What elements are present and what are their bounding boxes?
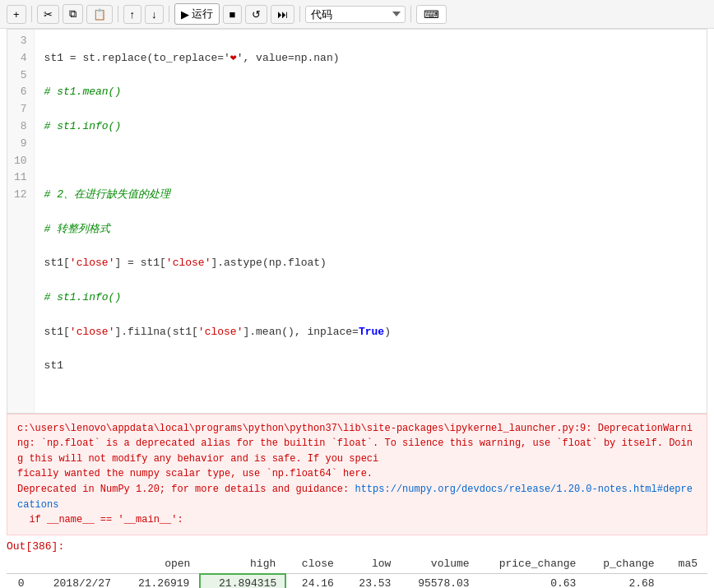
- row-price-change: 0.63: [480, 574, 586, 588]
- dataframe-container: open high close low volume price_change …: [0, 554, 714, 588]
- code-line-6: [44, 153, 697, 170]
- col-header-ma5: ma5: [665, 554, 707, 574]
- add-cell-button[interactable]: +: [7, 5, 26, 24]
- col-header-high: high: [200, 554, 285, 574]
- col-header-open: open: [121, 554, 200, 574]
- skip-button[interactable]: ⏭: [271, 5, 294, 24]
- code-line-9: st1['close'] = st1['close'].astype(np.fl…: [44, 255, 697, 272]
- code-line-5: # st1.info(): [44, 118, 697, 136]
- row-date: 2018/2/27: [35, 574, 121, 588]
- separator-1: [31, 6, 32, 22]
- row-high: 21.894315: [200, 574, 285, 588]
- code-line-11: st1['close'].fillna(st1['close'].mean(),…: [44, 324, 697, 341]
- separator-3: [169, 6, 169, 22]
- row-close: 24.16: [285, 574, 344, 588]
- code-cell: 3 4 5 6 7 8 9 10 11 12 st1 = st.replace(…: [7, 29, 707, 414]
- run-icon: ▶: [181, 8, 189, 21]
- row-volume: 95578.03: [401, 574, 479, 588]
- paste-button[interactable]: 📋: [86, 5, 113, 24]
- separator-4: [299, 6, 300, 22]
- code-line-12: st1: [44, 358, 697, 375]
- deprecation-link[interactable]: https://numpy.org/devdocs/release/1.20.0…: [17, 484, 693, 511]
- restart-button[interactable]: ↺: [245, 5, 267, 24]
- code-line-7: # 2、在进行缺失值的处理: [44, 187, 697, 204]
- run-button[interactable]: ▶ 运行: [174, 3, 220, 25]
- move-down-button[interactable]: ↓: [145, 5, 164, 24]
- notebook-toolbar: + ✂ ⧉ 📋 ↑ ↓ ▶ 运行 ■ ↺ ⏭ 代码 Markdown Raw N…: [0, 0, 714, 29]
- row-ma5: [665, 574, 707, 588]
- col-header-low: low: [344, 554, 401, 574]
- col-header-empty: [35, 554, 121, 574]
- keyboard-shortcuts-button[interactable]: ⌨: [416, 5, 447, 24]
- line-numbers: 3 4 5 6 7 8 9 10 11 12: [7, 30, 35, 413]
- move-up-button[interactable]: ↑: [123, 5, 142, 24]
- stop-button[interactable]: ■: [223, 5, 243, 24]
- col-header-price-change: price_change: [480, 554, 586, 574]
- row-p-change: 2.68: [586, 574, 664, 588]
- code-line-10: # st1.info(): [44, 289, 697, 307]
- col-header-close: close: [285, 554, 344, 574]
- table-row: 0 2018/2/27 21.26919 21.894315 24.16 23.…: [7, 574, 707, 588]
- copy-button[interactable]: ⧉: [63, 4, 83, 24]
- code-content[interactable]: st1 = st.replace(to_replace='❤️', value=…: [35, 30, 707, 413]
- code-line-8: # 转整列格式: [44, 221, 697, 238]
- row-index: 0: [7, 574, 35, 588]
- table-header-row: open high close low volume price_change …: [7, 554, 707, 574]
- separator-5: [410, 6, 411, 22]
- keyboard-icon: ⌨: [424, 8, 439, 21]
- separator-2: [118, 6, 118, 22]
- out-label: Out[386]:: [0, 535, 714, 554]
- col-header-volume: volume: [401, 554, 479, 574]
- row-low: 23.53: [344, 574, 401, 588]
- dataframe-table: open high close low volume price_change …: [7, 554, 707, 588]
- code-line-3: st1 = st.replace(to_replace='❤️', value=…: [44, 50, 697, 67]
- col-header-p-change: p_change: [586, 554, 664, 574]
- cell-type-select[interactable]: 代码 Markdown Raw NBConvert: [305, 6, 406, 23]
- col-header-index: [7, 554, 35, 574]
- code-area: 3 4 5 6 7 8 9 10 11 12 st1 = st.replace(…: [7, 30, 707, 413]
- code-line-4: # st1.mean(): [44, 84, 697, 101]
- cut-button[interactable]: ✂: [37, 5, 59, 24]
- warning-output: c:\users\lenovo\appdata\local\programs\p…: [7, 414, 707, 535]
- row-open: 21.26919: [121, 574, 200, 588]
